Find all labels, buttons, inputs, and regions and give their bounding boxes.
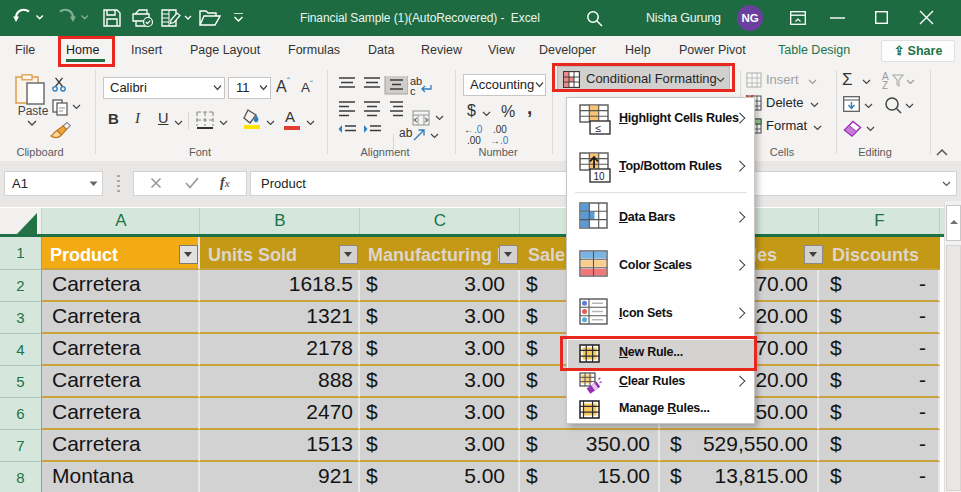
svg-text:≤: ≤ xyxy=(596,122,602,134)
svg-text:10: 10 xyxy=(594,171,606,182)
